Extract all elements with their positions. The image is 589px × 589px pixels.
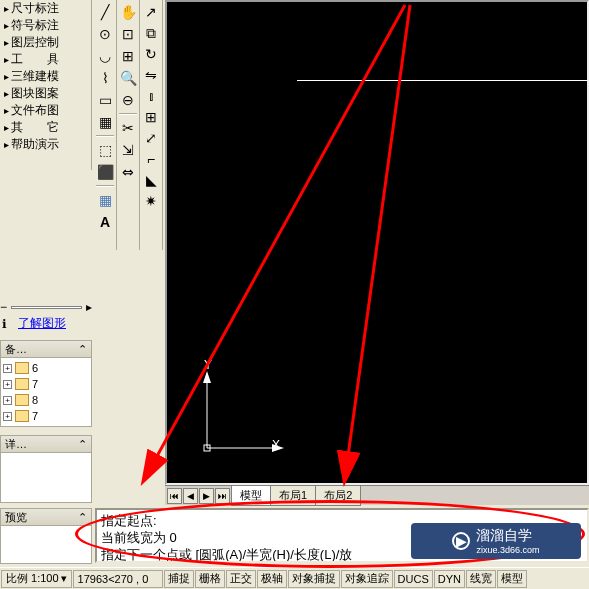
watermark: ▶ 溜溜自学 zixue.3d66.com bbox=[411, 523, 581, 559]
tree-label: 图块图案 bbox=[11, 85, 59, 102]
plus-icon[interactable]: ▸ bbox=[86, 300, 92, 314]
toolbar-modify: ✋ ⊡ ⊞ 🔍 ⊖ ✂ ⇲ ⇔ bbox=[117, 0, 140, 250]
rotate-icon[interactable]: ↻ bbox=[141, 44, 161, 64]
fillet-icon[interactable]: ⌐ bbox=[141, 149, 161, 169]
layout-tab-bar: ⏮ ◀ ▶ ⏭ 模型 布局1 布局2 bbox=[165, 485, 589, 505]
preview-header[interactable]: 预览 ⌃ bbox=[0, 508, 92, 526]
expand-icon[interactable]: + bbox=[3, 412, 12, 421]
watermark-sub: zixue.3d66.com bbox=[476, 545, 539, 555]
folder-item[interactable]: +6 bbox=[3, 360, 89, 376]
chevron-icon[interactable]: ⌃ bbox=[78, 438, 87, 451]
tab-layout2[interactable]: 布局2 bbox=[315, 486, 361, 506]
tree-label: 尺寸标注 bbox=[11, 0, 59, 17]
backup-header[interactable]: 备… ⌃ bbox=[0, 340, 92, 358]
trim-icon[interactable]: ✂ bbox=[118, 118, 138, 138]
zoom-window-icon[interactable]: ⊞ bbox=[118, 46, 138, 66]
expand-icon[interactable]: + bbox=[3, 364, 12, 373]
folder-item[interactable]: +8 bbox=[3, 392, 89, 408]
ducs-toggle[interactable]: DUCS bbox=[394, 570, 433, 588]
tab-first-icon[interactable]: ⏮ bbox=[167, 488, 182, 504]
tab-layout1[interactable]: 布局1 bbox=[270, 486, 316, 506]
stretch-icon[interactable]: ⇔ bbox=[118, 162, 138, 182]
tree-item-file[interactable]: ▸文件布图 bbox=[0, 102, 91, 119]
circle-icon[interactable]: ⊙ bbox=[95, 24, 115, 44]
polyline-icon[interactable]: ⌇ bbox=[95, 68, 115, 88]
boundary-icon[interactable]: ⬛ bbox=[95, 162, 115, 182]
text-icon[interactable]: A bbox=[95, 212, 115, 232]
drawing-canvas[interactable]: Y X bbox=[165, 0, 589, 485]
pan-icon[interactable]: ✋ bbox=[118, 2, 138, 22]
osnap-toggle[interactable]: 对象捕捉 bbox=[288, 570, 340, 588]
arc-icon[interactable]: ◡ bbox=[95, 46, 115, 66]
expand-arrow-icon: ▸ bbox=[4, 139, 9, 150]
scale-icon[interactable]: ⤢ bbox=[141, 128, 161, 148]
lwt-toggle[interactable]: 线宽 bbox=[466, 570, 496, 588]
folder-item[interactable]: +7 bbox=[3, 376, 89, 392]
zoom-extents-icon[interactable]: ⊡ bbox=[118, 24, 138, 44]
tree-item-layer[interactable]: ▸图层控制 bbox=[0, 34, 91, 51]
backup-body: +6 +7 +8 +7 bbox=[0, 358, 92, 427]
tree-item-dimension[interactable]: ▸尺寸标注 bbox=[0, 0, 91, 17]
rect-icon[interactable]: ▭ bbox=[95, 90, 115, 110]
tree-item-symbol[interactable]: ▸符号标注 bbox=[0, 17, 91, 34]
expand-icon[interactable]: + bbox=[3, 396, 12, 405]
table-icon[interactable]: ▦ bbox=[95, 190, 115, 210]
tree-label: 图层控制 bbox=[11, 34, 59, 51]
tree-item-help[interactable]: ▸帮助演示 bbox=[0, 136, 91, 153]
chamfer-icon[interactable]: ◣ bbox=[141, 170, 161, 190]
learn-drawing-link[interactable]: 了解图形 bbox=[18, 315, 66, 332]
tab-next-icon[interactable]: ▶ bbox=[199, 488, 214, 504]
slider[interactable]: − ▸ bbox=[0, 300, 92, 314]
slider-track[interactable] bbox=[11, 306, 82, 309]
explode-icon[interactable]: ✷ bbox=[141, 191, 161, 211]
chevron-icon[interactable]: ⌃ bbox=[78, 511, 87, 524]
extend-icon[interactable]: ⇲ bbox=[118, 140, 138, 160]
zoom-out-icon[interactable]: ⊖ bbox=[118, 90, 138, 110]
dropdown-icon[interactable]: ▾ bbox=[61, 572, 67, 585]
hatch-icon[interactable]: ▦ bbox=[95, 112, 115, 132]
zoom-icon[interactable]: 🔍 bbox=[118, 68, 138, 88]
model-toggle[interactable]: 模型 bbox=[497, 570, 527, 588]
snap-toggle[interactable]: 捕捉 bbox=[164, 570, 194, 588]
svg-marker-1 bbox=[203, 371, 211, 383]
move-icon[interactable]: ↗ bbox=[141, 2, 161, 22]
separator bbox=[119, 113, 137, 115]
tree-item-other[interactable]: ▸其 它 bbox=[0, 119, 91, 136]
separator bbox=[96, 135, 114, 137]
panel-title: 预览 bbox=[5, 510, 27, 525]
tree-item-tools[interactable]: ▸工 具 bbox=[0, 51, 91, 68]
offset-icon[interactable]: ⫾ bbox=[141, 86, 161, 106]
expand-arrow-icon: ▸ bbox=[4, 54, 9, 65]
line-icon[interactable]: ╱ bbox=[95, 2, 115, 22]
copy-icon[interactable]: ⧉ bbox=[141, 23, 161, 43]
tree-item-block[interactable]: ▸图块图案 bbox=[0, 85, 91, 102]
panel-title: 备… bbox=[5, 342, 27, 357]
chevron-icon[interactable]: ⌃ bbox=[78, 343, 87, 356]
tab-last-icon[interactable]: ⏭ bbox=[215, 488, 230, 504]
otrack-toggle[interactable]: 对象追踪 bbox=[341, 570, 393, 588]
mirror-icon[interactable]: ⇋ bbox=[141, 65, 161, 85]
toolbar-draw: ╱ ⊙ ◡ ⌇ ▭ ▦ ⬚ ⬛ ▦ A bbox=[94, 0, 117, 250]
region-icon[interactable]: ⬚ bbox=[95, 140, 115, 160]
folder-item[interactable]: +7 bbox=[3, 408, 89, 424]
detail-header[interactable]: 详… ⌃ bbox=[0, 435, 92, 453]
separator bbox=[96, 185, 114, 187]
ortho-toggle[interactable]: 正交 bbox=[226, 570, 256, 588]
info-icon: ℹ bbox=[2, 317, 14, 329]
polar-toggle[interactable]: 极轴 bbox=[257, 570, 287, 588]
grid-toggle[interactable]: 栅格 bbox=[195, 570, 225, 588]
dyn-toggle[interactable]: DYN bbox=[434, 570, 465, 588]
array-icon[interactable]: ⊞ bbox=[141, 107, 161, 127]
scale-display[interactable]: 比例 1:100▾ bbox=[1, 570, 72, 588]
tab-model[interactable]: 模型 bbox=[231, 486, 271, 506]
tree-label: 符号标注 bbox=[11, 17, 59, 34]
tab-nav: ⏮ ◀ ▶ ⏭ bbox=[165, 488, 232, 504]
minus-icon[interactable]: − bbox=[0, 300, 7, 314]
tab-prev-icon[interactable]: ◀ bbox=[183, 488, 198, 504]
backup-panel: 备… ⌃ +6 +7 +8 +7 bbox=[0, 340, 92, 427]
play-icon: ▶ bbox=[452, 532, 470, 550]
tree-item-3d[interactable]: ▸三维建模 bbox=[0, 68, 91, 85]
expand-icon[interactable]: + bbox=[3, 380, 12, 389]
expand-arrow-icon: ▸ bbox=[4, 71, 9, 82]
drawn-line bbox=[297, 80, 587, 81]
